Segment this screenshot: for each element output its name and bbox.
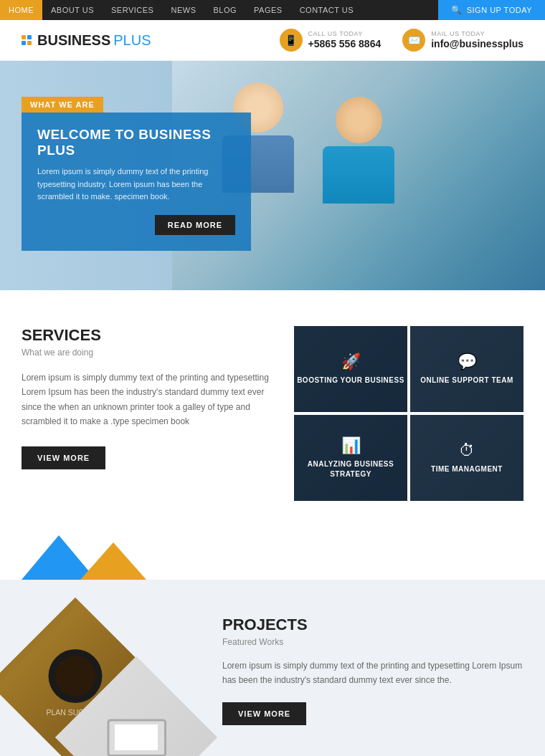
hero-section: WHAT WE ARE WELCOME TO BUSINESS PLUS Lor… <box>0 61 545 290</box>
services-view-more-button[interactable]: VIEW MORE <box>22 446 105 469</box>
logo-dot-4 <box>27 41 32 45</box>
logo-dot-2 <box>27 35 32 39</box>
nav-services[interactable]: SERVICES <box>103 0 162 20</box>
projects-desc: Lorem ipsum is simply dummy text of the … <box>222 659 523 688</box>
nav-pages[interactable]: PAGES <box>245 0 291 20</box>
services-grid: 🚀 BOOSTING YOUR BUSINESS 💬 ONLINE SUPPOR… <box>294 326 523 501</box>
mail-info: MAIL US TODAY info@businessplus <box>431 30 523 50</box>
logo-dot-1 <box>22 35 26 39</box>
projects-content: PLAN SUCCESS PROJECTS Featured Works Lor… <box>22 608 523 756</box>
services-section: SERVICES What we are doing Lorem ipsum i… <box>0 290 545 530</box>
projects-view-more-button[interactable]: VIEW MORE <box>222 702 306 725</box>
service-card-analyzing[interactable]: 📊 ANALYZING BUSINESS STRATEGY <box>294 415 407 501</box>
what-we-are-badge: WHAT WE ARE <box>22 97 103 113</box>
projects-subtitle: Featured Works <box>222 637 523 647</box>
service-card-boosting[interactable]: 🚀 BOOSTING YOUR BUSINESS <box>294 326 407 412</box>
hero-content: WHAT WE ARE WELCOME TO BUSINESS PLUS Lor… <box>22 97 251 251</box>
nav-links: HOME ABOUT US SERVICES NEWS BLOG PAGES C… <box>0 0 438 20</box>
mail-address: info@businessplus <box>431 38 523 49</box>
service-card-support[interactable]: 💬 ONLINE SUPPORT TEAM <box>410 326 523 412</box>
read-more-button[interactable]: READ MORE <box>155 215 235 235</box>
nav-blog[interactable]: BLOG <box>204 0 245 20</box>
mail-contact: ✉️ MAIL US TODAY info@businessplus <box>402 29 523 52</box>
signup-label: SIGN UP TODAY <box>467 6 532 14</box>
service-card-time[interactable]: ⏱ TIME MANAGMENT <box>410 415 523 501</box>
analyzing-label: ANALYZING BUSINESS STRATEGY <box>294 459 407 479</box>
triangle-orange <box>80 542 146 580</box>
call-label: CALL US TODAY <box>308 30 382 37</box>
boosting-label: BOOSTING YOUR BUSINESS <box>297 375 404 386</box>
logo-dots <box>22 35 32 45</box>
call-info: CALL US TODAY +5865 556 8864 <box>308 30 382 50</box>
support-icon: 💬 <box>458 353 477 371</box>
time-label: TIME MANAGMENT <box>431 464 503 474</box>
analyzing-icon: 📊 <box>341 436 361 455</box>
time-icon: ⏱ <box>459 441 475 460</box>
logo-dot-3 <box>22 41 26 45</box>
services-left: SERVICES What we are doing Lorem ipsum i… <box>22 326 272 501</box>
hero-box: WELCOME TO BUSINESS PLUS Lorem ipsum is … <box>22 113 251 251</box>
nav-news[interactable]: NEWS <box>162 0 204 20</box>
nav-home[interactable]: HOME <box>0 0 42 20</box>
logo-name: BUSINESS <box>37 32 110 49</box>
call-contact: 📱 CALL US TODAY +5865 556 8864 <box>280 29 382 52</box>
boosting-icon: 🚀 <box>341 353 361 371</box>
hero-title: WELCOME TO BUSINESS PLUS <box>37 127 235 158</box>
support-label: ONLINE SUPPORT TEAM <box>420 375 513 386</box>
search-icon: 🔍 <box>451 5 463 15</box>
projects-images: PLAN SUCCESS <box>22 608 194 756</box>
services-desc: Lorem ipsum is simply dummy text of the … <box>22 370 272 429</box>
hero-text: Lorem ipsum is simply dummy text of the … <box>37 166 235 204</box>
signup-button[interactable]: 🔍 SIGN UP TODAY <box>438 0 545 20</box>
mail-label: MAIL US TODAY <box>431 30 523 37</box>
call-number: +5865 556 8864 <box>308 38 382 49</box>
services-title: SERVICES <box>22 326 272 345</box>
site-header: BUSINESSPLUS 📱 CALL US TODAY +5865 556 8… <box>0 20 545 61</box>
services-subtitle: What we are doing <box>22 348 272 358</box>
mail-icon: ✉️ <box>402 29 425 52</box>
logo[interactable]: BUSINESSPLUS <box>22 32 151 49</box>
phone-icon: 📱 <box>280 29 303 52</box>
triangles-section <box>0 530 545 580</box>
logo-suffix: PLUS <box>113 32 151 49</box>
nav-about[interactable]: ABOUT US <box>42 0 103 20</box>
projects-right: PROJECTS Featured Works Lorem ipsum is s… <box>222 608 523 725</box>
top-nav: HOME ABOUT US SERVICES NEWS BLOG PAGES C… <box>0 0 545 20</box>
nav-contact[interactable]: CONTACT US <box>291 0 363 20</box>
projects-title: PROJECTS <box>222 616 523 634</box>
header-contacts: 📱 CALL US TODAY +5865 556 8864 ✉️ MAIL U… <box>280 29 523 52</box>
projects-section: PLAN SUCCESS PROJECTS Featured Works Lor… <box>0 580 545 756</box>
